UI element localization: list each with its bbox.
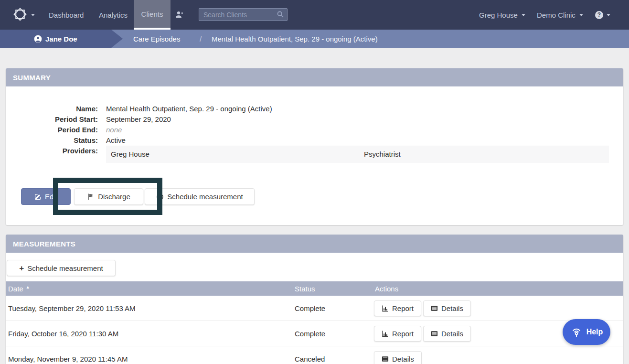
user-menu-label: Greg House — [479, 11, 518, 19]
details-button-label: Details — [441, 304, 463, 312]
client-search — [199, 8, 288, 21]
report-button[interactable]: Report — [374, 300, 421, 316]
schedule-measurement-button-label: Schedule measurement — [167, 193, 243, 201]
highlight-annotation-box — [53, 178, 162, 215]
bar-chart-icon — [382, 305, 389, 312]
measurement-status: Complete — [295, 321, 325, 346]
pencil-icon — [34, 193, 42, 200]
details-button[interactable]: Details — [374, 351, 422, 364]
field-label-name: Name: — [6, 104, 98, 114]
field-label-period-end: Period End: — [6, 125, 98, 135]
nav-item-analytics[interactable]: Analytics — [99, 0, 128, 30]
breadcrumb: Jane Doe Care Episodes / Mental Health O… — [0, 30, 629, 48]
user-menu[interactable]: Greg House — [479, 0, 525, 30]
field-label-status: Status: — [6, 135, 98, 146]
caret-down-icon — [522, 14, 525, 16]
help-button-label: Help — [586, 328, 603, 336]
list-icon — [431, 330, 438, 337]
help-menu[interactable]: ? — [595, 0, 610, 30]
column-header-date[interactable]: Date ▲ — [8, 281, 30, 296]
breadcrumb-section[interactable]: Care Episodes — [133, 30, 180, 48]
caret-down-icon — [607, 14, 610, 16]
breadcrumb-arrow — [111, 30, 123, 48]
question-icon: ? — [595, 11, 603, 19]
details-button[interactable]: Details — [423, 326, 471, 342]
measurements-table-header: Date ▲ Status Actions — [6, 281, 623, 296]
provider-role: Psychiatrist — [364, 149, 401, 160]
search-icon[interactable] — [277, 11, 284, 20]
measurement-date: Monday, November 9, 2020 11:45 AM — [8, 346, 128, 364]
field-value-period-start: September 29, 2020 — [106, 114, 171, 125]
person-icon — [34, 35, 42, 43]
add-schedule-measurement-label: Schedule measurement — [27, 264, 103, 272]
report-button[interactable]: Report — [374, 326, 421, 342]
caret-down-icon — [579, 14, 583, 16]
providers-table: Greg House Psychiatrist — [106, 146, 609, 162]
top-navbar: Dashboard Analytics Clients Greg House D… — [0, 0, 629, 30]
measurements-panel: MEASUREMENTS + Schedule measurement Date… — [6, 235, 623, 364]
measurement-status: Complete — [295, 296, 325, 321]
search-input[interactable] — [199, 8, 288, 21]
help-button[interactable]: Help — [563, 319, 610, 345]
column-header-status[interactable]: Status — [295, 281, 315, 296]
report-button-label: Report — [392, 304, 414, 312]
field-label-period-start: Period Start: — [6, 114, 98, 125]
clinic-menu-label: Demo Clinic — [537, 11, 576, 19]
field-value-name: Mental Health Outpatient, Sep. 29 - ongo… — [106, 104, 272, 114]
measurement-row: Monday, November 9, 2020 11:45 AM Cancel… — [6, 346, 623, 364]
measurements-panel-title: MEASUREMENTS — [6, 235, 623, 253]
column-header-date-label: Date — [8, 285, 23, 293]
clinic-menu[interactable]: Demo Clinic — [537, 0, 583, 30]
measurement-actions: Details — [374, 346, 422, 364]
caret-down-icon — [31, 14, 35, 16]
breadcrumb-client-label: Jane Doe — [45, 35, 77, 43]
report-button-label: Report — [392, 330, 414, 338]
list-icon — [382, 355, 389, 363]
measurement-date: Tuesday, September 29, 2020 11:53 AM — [8, 296, 136, 321]
logo-star-icon — [13, 7, 27, 23]
list-icon — [431, 305, 438, 312]
summary-fields: Name: Mental Health Outpatient, Sep. 29 … — [6, 104, 623, 162]
app-logo-menu[interactable] — [13, 0, 35, 30]
nav-item-dashboard[interactable]: Dashboard — [49, 0, 84, 30]
field-value-period-end: none — [106, 125, 122, 135]
breadcrumb-client[interactable]: Jane Doe — [0, 30, 111, 48]
sort-ascending-icon: ▲ — [26, 285, 30, 289]
column-header-actions: Actions — [375, 281, 398, 296]
measurement-status: Canceled — [295, 346, 325, 364]
field-label-providers: Providers: — [6, 146, 98, 162]
measurement-actions: Report Details — [374, 296, 471, 321]
provider-row: Greg House Psychiatrist — [106, 146, 609, 162]
field-value-status: Active — [106, 135, 126, 146]
breadcrumb-current: Mental Health Outpatient, Sep. 29 - ongo… — [212, 30, 378, 48]
measurement-date: Friday, October 16, 2020 11:30 AM — [8, 321, 118, 346]
add-client-icon[interactable] — [175, 0, 184, 30]
nav-item-clients[interactable]: Clients — [134, 0, 171, 30]
beacon-icon — [570, 326, 583, 338]
add-schedule-measurement-button[interactable]: + Schedule measurement — [7, 260, 116, 276]
details-button-label: Details — [441, 330, 463, 338]
bar-chart-icon — [382, 330, 389, 337]
provider-name: Greg House — [111, 149, 149, 160]
measurement-actions: Report Details — [374, 321, 471, 346]
measurement-row: Friday, October 16, 2020 11:30 AM Comple… — [6, 321, 623, 346]
summary-panel-title: SUMMARY — [6, 68, 623, 86]
measurement-row: Tuesday, September 29, 2020 11:53 AM Com… — [6, 296, 623, 321]
breadcrumb-separator: / — [200, 30, 202, 48]
details-button-label: Details — [392, 355, 414, 363]
details-button[interactable]: Details — [423, 300, 471, 316]
plus-icon: + — [19, 264, 24, 272]
